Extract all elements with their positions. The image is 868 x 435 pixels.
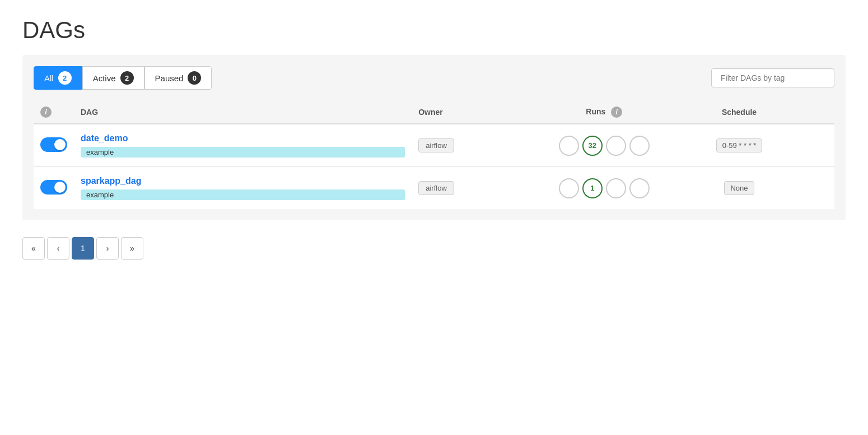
col-header-runs: Runs i (526, 101, 682, 124)
owner-badge-sparkapp-dag: airflow (418, 181, 454, 195)
pagination-prev[interactable]: ‹ (47, 237, 69, 260)
owner-badge-date-demo: airflow (418, 138, 454, 152)
dag-toggle-sparkapp-dag[interactable] (40, 180, 67, 195)
tab-all-badge: 2 (58, 71, 72, 85)
tab-paused-badge: 0 (188, 71, 201, 85)
col-header-dag: DAG (74, 101, 412, 124)
toggle-knob (54, 182, 66, 193)
dag-name-cell-date-demo: date_demo example (74, 124, 412, 167)
dag-table: i DAG Owner Runs i Schedule (34, 101, 834, 209)
pagination-next[interactable]: › (96, 237, 119, 260)
pagination: « ‹ 1 › » (22, 237, 846, 260)
table-info-icon[interactable]: i (40, 107, 52, 118)
tab-active-label: Active (93, 73, 116, 83)
toggle-knob (54, 139, 66, 150)
run-circle-s3[interactable] (606, 178, 626, 198)
tab-group: All 2 Active 2 Paused 0 (34, 66, 212, 90)
pagination-last[interactable]: » (121, 237, 143, 260)
col-header-schedule: Schedule (682, 101, 796, 124)
run-circle-s2-success[interactable]: 1 (582, 178, 603, 198)
run-circle-2-success[interactable]: 32 (582, 136, 603, 156)
toolbar: All 2 Active 2 Paused 0 (34, 66, 834, 90)
tab-all[interactable]: All 2 (34, 66, 82, 90)
dag-tag-sparkapp-dag[interactable]: example (81, 189, 405, 200)
tab-all-label: All (44, 73, 54, 83)
table-row: date_demo example airflow 32 0 (34, 124, 834, 167)
col-header-owner: Owner (412, 101, 526, 124)
extra-cell-2 (796, 167, 834, 210)
toggle-cell-2 (34, 167, 74, 210)
pagination-current[interactable]: 1 (72, 237, 94, 260)
owner-cell-date-demo: airflow (412, 124, 526, 167)
schedule-badge-sparkapp-dag: None (724, 181, 754, 195)
runs-cell-sparkapp-dag: 1 (526, 167, 682, 210)
schedule-cell-date-demo: 0-59 * * * * (682, 124, 796, 167)
tab-paused[interactable]: Paused 0 (144, 66, 212, 90)
run-circle-3[interactable] (606, 136, 626, 156)
dag-name-link-sparkapp-dag[interactable]: sparkapp_dag (81, 176, 405, 186)
tab-active-badge: 2 (120, 71, 134, 85)
dag-name-link-date-demo[interactable]: date_demo (81, 133, 405, 144)
run-circle-s1[interactable] (559, 178, 579, 198)
table-row: sparkapp_dag example airflow 1 (34, 167, 834, 210)
run-circle-1[interactable] (559, 136, 579, 156)
runs-cell-date-demo: 32 (526, 124, 682, 167)
content-area: All 2 Active 2 Paused 0 i DAG Owner (22, 55, 846, 220)
page-title: DAGs (22, 17, 846, 44)
col-header-extra (796, 101, 834, 124)
tab-paused-label: Paused (155, 73, 184, 83)
dag-name-cell-sparkapp-dag: sparkapp_dag example (74, 167, 412, 210)
owner-cell-sparkapp-dag: airflow (412, 167, 526, 210)
tab-active[interactable]: Active 2 (82, 66, 144, 90)
run-circle-4[interactable] (629, 136, 650, 156)
pagination-first[interactable]: « (22, 237, 45, 260)
filter-input[interactable] (711, 68, 834, 87)
runs-info-icon[interactable]: i (611, 107, 622, 118)
schedule-badge-date-demo: 0-59 * * * * (716, 138, 763, 152)
schedule-cell-sparkapp-dag: None (682, 167, 796, 210)
run-circle-s4[interactable] (629, 178, 650, 198)
extra-cell-1 (796, 124, 834, 167)
toggle-cell-1 (34, 124, 74, 167)
dag-toggle-date-demo[interactable] (40, 137, 67, 152)
dag-tag-date-demo[interactable]: example (81, 147, 405, 158)
